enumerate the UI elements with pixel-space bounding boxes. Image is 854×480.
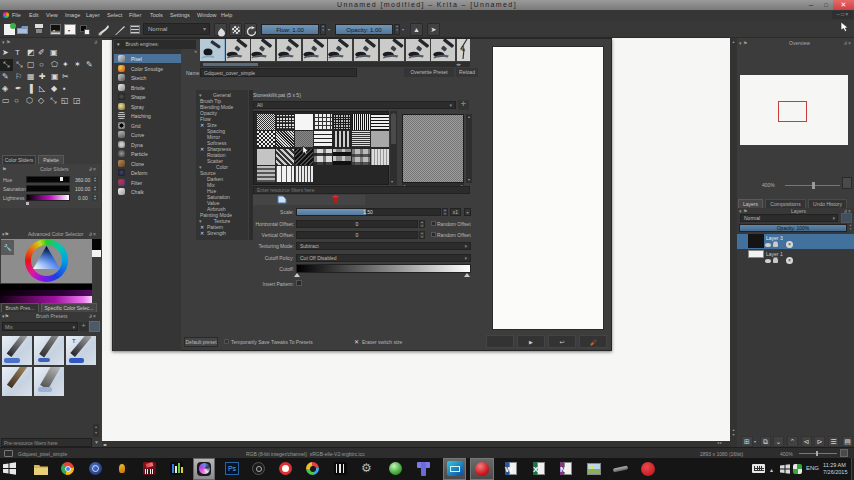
svg-text:1: 1 <box>461 44 466 53</box>
